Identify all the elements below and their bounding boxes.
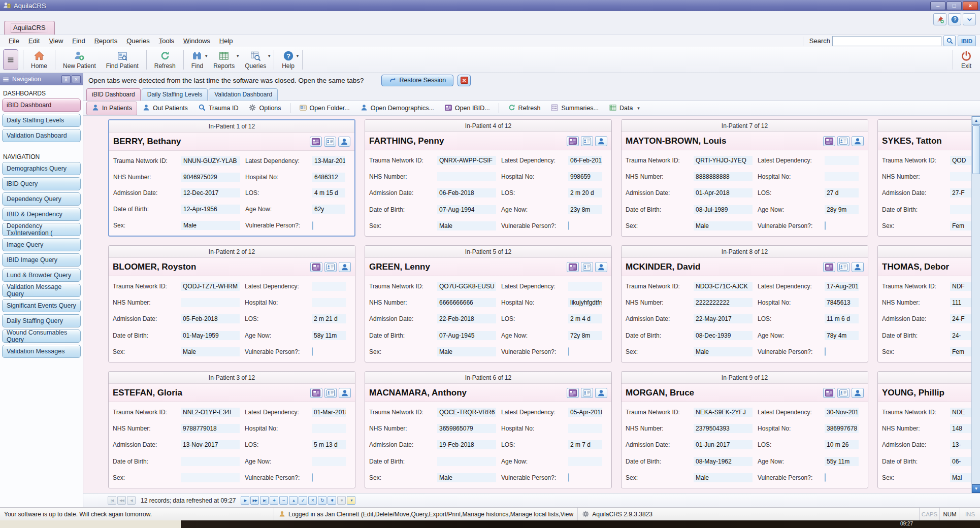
sidebar-item-ibid-dashboard[interactable]: iBID Dashboard bbox=[2, 98, 81, 112]
pin-button[interactable] bbox=[933, 13, 946, 25]
vulnerable-person-checkbox[interactable] bbox=[568, 221, 569, 230]
navigator-delete-button[interactable]: − bbox=[279, 496, 288, 505]
patient-card[interactable]: SYKES, Tatton Trauma Network ID:QODLates… bbox=[877, 119, 971, 237]
dropdown-arrow-icon[interactable]: ▼ bbox=[296, 54, 300, 58]
chevron-down-button[interactable] bbox=[963, 13, 976, 25]
navigator-next-page-button[interactable]: ▶▶ bbox=[250, 496, 259, 505]
vulnerable-person-checkbox[interactable] bbox=[825, 221, 826, 230]
navigator-post-button[interactable]: ✓ bbox=[299, 496, 307, 505]
tab-ibid-dashboard[interactable]: iBID Dashboard bbox=[86, 88, 141, 101]
patient-card[interactable]: In-Patient 2 of 12 BLOOMER, Royston Trau… bbox=[108, 245, 355, 362]
open-patient-icon[interactable] bbox=[339, 262, 351, 272]
sidebar-item-ibid-image-query[interactable]: IBID Image Query bbox=[2, 253, 81, 267]
menu-view[interactable]: View bbox=[44, 36, 68, 46]
patient-card[interactable]: THOMAS, Debor Trauma Network ID:NDFLates… bbox=[877, 245, 971, 362]
open-ibid-icon[interactable] bbox=[310, 262, 322, 272]
open-ibid-icon[interactable] bbox=[310, 137, 322, 147]
sidebar-item-wound-consumables-query[interactable]: Wound Consumables Query bbox=[2, 329, 81, 343]
exit-button[interactable]: Exit bbox=[961, 50, 972, 70]
open-ibid-button[interactable]: Open IBID... bbox=[439, 102, 495, 115]
search-input[interactable] bbox=[832, 36, 941, 46]
summaries-button[interactable]: Summaries... bbox=[545, 102, 604, 115]
navigator-bookmark-button[interactable]: ✱ bbox=[328, 496, 336, 505]
help-button[interactable]: ?▼Help bbox=[277, 48, 300, 72]
tab-validation-dashboard[interactable]: Validation Dashboard bbox=[209, 88, 278, 101]
open-patient-icon[interactable] bbox=[852, 262, 864, 272]
patient-card[interactable]: In-Patient 3 of 12 ESTEFAN, Gloria Traum… bbox=[108, 371, 355, 488]
tab-aquilacrs[interactable]: AquilaCRS bbox=[4, 21, 55, 35]
hamburger-button[interactable] bbox=[3, 49, 18, 70]
menu-windows[interactable]: Windows bbox=[179, 36, 215, 46]
sidebar-item-validation-messages[interactable]: Validation Messages bbox=[2, 345, 81, 358]
ibid-button[interactable]: IBID bbox=[958, 36, 976, 46]
vulnerable-person-checkbox[interactable] bbox=[825, 473, 826, 482]
navigator-append-button[interactable]: + bbox=[270, 496, 278, 505]
vulnerable-person-checkbox[interactable] bbox=[312, 473, 313, 482]
in-patients-button[interactable]: In Patients bbox=[86, 102, 137, 115]
open-demographics-icon[interactable] bbox=[581, 262, 593, 272]
menu-reports[interactable]: Reports bbox=[90, 36, 122, 46]
navigator-next-button[interactable]: ▶ bbox=[241, 496, 249, 505]
dropdown-arrow-icon[interactable]: ▼ bbox=[267, 54, 271, 58]
new-patient-button[interactable]: New Patient bbox=[58, 48, 101, 72]
exit-button[interactable]: Exit bbox=[956, 48, 977, 72]
open-demographics-icon[interactable] bbox=[837, 136, 850, 146]
maximize-button[interactable]: □ bbox=[946, 2, 962, 10]
scroll-down-button[interactable]: ▼ bbox=[972, 484, 980, 493]
open-ibid-icon[interactable] bbox=[823, 388, 835, 398]
patient-card[interactable]: YOUNG, Phillip Trauma Network ID:NDELate… bbox=[877, 371, 971, 488]
patient-card[interactable]: In-Patient 4 of 12 FARTHING, Penny Traum… bbox=[365, 119, 612, 237]
navigator-edit-button[interactable]: ▲ bbox=[289, 496, 298, 505]
open-patient-icon[interactable] bbox=[595, 388, 607, 398]
open-patient-icon[interactable] bbox=[338, 137, 350, 147]
queries-button[interactable]: ▼Queries bbox=[240, 48, 271, 72]
find-patient-button[interactable]: Find Patient bbox=[101, 48, 144, 72]
open-demographics-icon[interactable] bbox=[581, 136, 593, 146]
open-ibid-icon[interactable] bbox=[310, 388, 322, 398]
dropdown-arrow-icon[interactable]: ▼ bbox=[636, 106, 640, 111]
sidebar-item-demographics-query[interactable]: Demographics Query bbox=[2, 162, 81, 175]
open-patient-icon[interactable] bbox=[852, 388, 864, 398]
sidebar-item-validation-message-query[interactable]: Validation Message Query bbox=[2, 284, 81, 297]
navigator-refresh-data-button[interactable]: ↻ bbox=[318, 496, 326, 505]
restore-session-button[interactable]: Restore Session bbox=[381, 75, 454, 86]
menu-tools[interactable]: Tools bbox=[154, 36, 179, 46]
vulnerable-person-checkbox[interactable] bbox=[568, 473, 569, 482]
patient-card[interactable]: In-Patient 8 of 12 MCKINDER, David Traum… bbox=[621, 245, 868, 362]
find-button[interactable]: ▼Find bbox=[186, 48, 208, 72]
open-ibid-icon[interactable] bbox=[823, 262, 835, 272]
sidebar-item-daily-staffing-levels[interactable]: Daily Staffing Levels bbox=[2, 114, 81, 127]
vulnerable-person-checkbox[interactable] bbox=[825, 347, 826, 356]
menu-queries[interactable]: Queries bbox=[122, 36, 154, 46]
menu-find[interactable]: Find bbox=[68, 36, 89, 46]
scroll-up-button[interactable]: ▲ bbox=[972, 116, 980, 125]
options-button[interactable]: Options bbox=[243, 102, 286, 115]
open-ibid-icon[interactable] bbox=[567, 262, 579, 272]
navigator-last-button[interactable]: ▶| bbox=[260, 496, 269, 505]
patient-card[interactable]: In-Patient 9 of 12 MORGAN, Bruce Trauma … bbox=[621, 371, 868, 488]
sidebar-item-validation-dashboard[interactable]: Validation Dashboard bbox=[2, 129, 81, 142]
open-ibid-icon[interactable] bbox=[567, 388, 579, 398]
sidebar-item-significant-events-query[interactable]: Significant Events Query bbox=[2, 299, 81, 312]
sidebar-item-lund-browder-query[interactable]: Lund & Browder Query bbox=[2, 269, 81, 282]
open-demographics-icon[interactable] bbox=[324, 137, 336, 147]
data-button[interactable]: Data▼ bbox=[604, 102, 645, 115]
patient-card[interactable]: In-Patient 1 of 12 BERRY, Bethany Trauma… bbox=[108, 119, 355, 237]
sidebar-item-ibid-dependency[interactable]: IBID & Dependency bbox=[2, 208, 81, 221]
out-patients-button[interactable]: Out Patients bbox=[137, 102, 193, 115]
search-button[interactable] bbox=[943, 36, 956, 46]
open-demographics-icon[interactable] bbox=[324, 388, 337, 398]
sidebar-item-daily-staffing-query[interactable]: Daily Staffing Query bbox=[2, 314, 81, 327]
open-patient-icon[interactable] bbox=[339, 388, 351, 398]
open-folder-button[interactable]: Open Folder... bbox=[294, 102, 355, 115]
navigator-filter-button[interactable]: ▼ bbox=[347, 496, 355, 505]
open-demographics-icon[interactable] bbox=[581, 388, 593, 398]
open-demographics-button[interactable]: Open Demographics... bbox=[355, 102, 439, 115]
trauma-id-button[interactable]: Trauma ID bbox=[193, 102, 244, 115]
menu-edit[interactable]: Edit bbox=[24, 36, 44, 46]
open-patient-icon[interactable] bbox=[595, 262, 607, 272]
patient-card[interactable]: In-Patient 6 of 12 MACNAMARA, Anthony Tr… bbox=[365, 371, 612, 488]
open-ibid-icon[interactable] bbox=[823, 136, 835, 146]
help-round-button[interactable]: ? bbox=[948, 13, 961, 25]
tab-daily-staffing-levels[interactable]: Daily Staffing Levels bbox=[142, 88, 208, 101]
